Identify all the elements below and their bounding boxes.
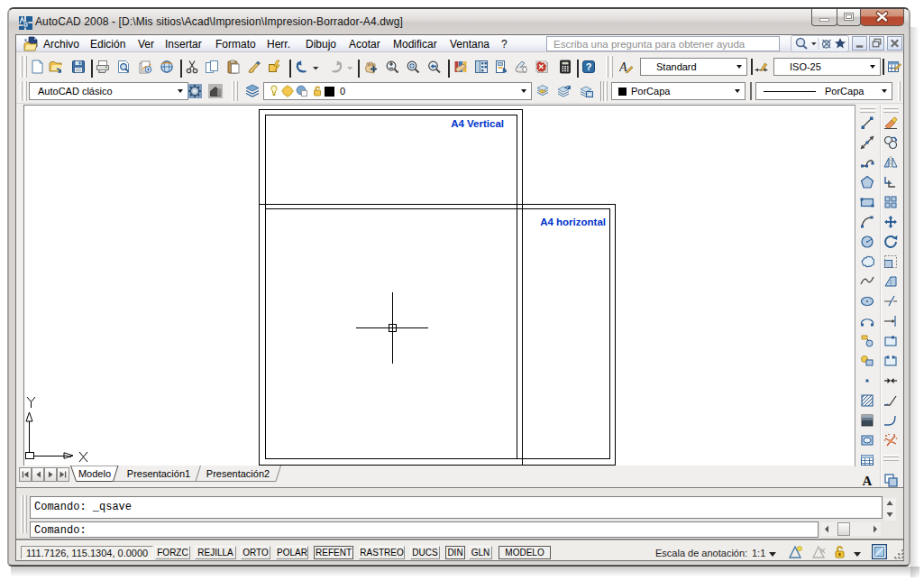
svg-text:A4 horizontal: A4 horizontal	[540, 217, 606, 227]
svg-text:A: A	[863, 474, 873, 488]
svg-text:?: ?	[586, 61, 592, 72]
svg-text:Modelo: Modelo	[78, 468, 111, 479]
svg-text:Presentación1: Presentación1	[127, 468, 190, 479]
svg-text:Presentación2: Presentación2	[206, 468, 270, 479]
svg-text:A4 Vertical: A4 Vertical	[451, 118, 504, 129]
